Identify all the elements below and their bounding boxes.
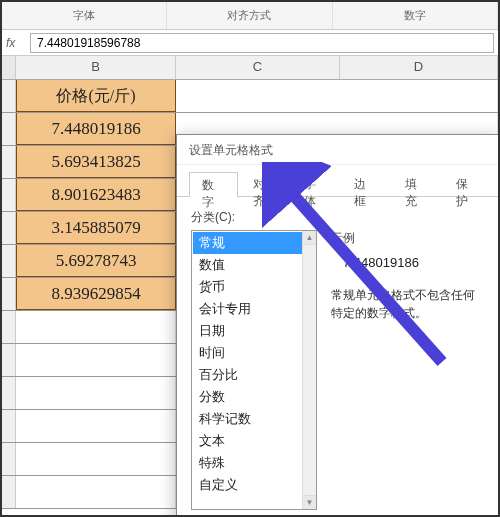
cell[interactable]: 8.939629854 — [16, 278, 176, 310]
cell[interactable]: 5.69278743 — [16, 245, 176, 277]
tab-align[interactable]: 对齐 — [240, 171, 289, 196]
tab-border[interactable]: 边框 — [341, 171, 390, 196]
list-item[interactable]: 会计专用 — [193, 298, 315, 320]
ribbon-group-align: 对齐方式 — [167, 2, 332, 29]
row-header[interactable] — [2, 311, 16, 343]
row-header[interactable] — [2, 476, 16, 508]
tab-fill[interactable]: 填充 — [392, 171, 441, 196]
tab-protect[interactable]: 保护 — [443, 171, 492, 196]
spreadsheet-grid: B C D 价格(元/斤) 7.448019186 5.693413825 8.… — [2, 56, 498, 515]
column-header-b[interactable]: B — [16, 56, 176, 79]
cell[interactable]: 7.448019186 — [16, 113, 176, 145]
list-item[interactable]: 百分比 — [193, 364, 315, 386]
cell[interactable] — [16, 344, 176, 376]
row-header[interactable] — [2, 146, 16, 178]
cell[interactable] — [16, 377, 176, 409]
formula-bar: fx — [2, 30, 498, 56]
row-header[interactable] — [2, 278, 16, 310]
dialog-tabs: 数字 对齐 字体 边框 填充 保护 — [177, 165, 500, 197]
list-item[interactable]: 科学记数 — [193, 408, 315, 430]
column-header-c[interactable]: C — [176, 56, 340, 79]
cell[interactable]: 3.145885079 — [16, 212, 176, 244]
scroll-down-icon[interactable]: ▼ — [303, 495, 316, 509]
ribbon-group-number: 数字 — [333, 2, 498, 29]
tab-font[interactable]: 字体 — [291, 171, 340, 196]
cell[interactable] — [16, 311, 176, 343]
row-header[interactable] — [2, 113, 16, 145]
ribbon-groups: 字体 对齐方式 数字 — [2, 2, 498, 30]
list-item[interactable]: 数值 — [193, 254, 315, 276]
cell[interactable]: 价格(元/斤) — [16, 80, 176, 112]
category-label: 分类(C): — [191, 209, 486, 226]
ribbon-group-font: 字体 — [2, 2, 167, 29]
cell[interactable] — [16, 443, 176, 475]
cell[interactable]: 8.901623483 — [16, 179, 176, 211]
list-item[interactable]: 文本 — [193, 430, 315, 452]
row-header[interactable] — [2, 80, 16, 112]
formula-input[interactable] — [30, 33, 494, 53]
cell[interactable] — [176, 80, 498, 112]
row-header[interactable] — [2, 344, 16, 376]
cell[interactable]: 5.693413825 — [16, 146, 176, 178]
scrollbar[interactable]: ▲ ▼ — [302, 231, 316, 509]
cell[interactable] — [16, 476, 176, 508]
list-item[interactable]: 分数 — [193, 386, 315, 408]
list-item[interactable]: 日期 — [193, 320, 315, 342]
dialog-body: 分类(C): 常规 数值 货币 会计专用 日期 时间 百分比 分数 科学记数 文… — [177, 197, 500, 517]
scroll-up-icon[interactable]: ▲ — [303, 231, 316, 245]
fx-icon[interactable]: fx — [6, 36, 24, 50]
column-headers: B C D — [2, 56, 498, 80]
row-header[interactable] — [2, 179, 16, 211]
tab-number[interactable]: 数字 — [189, 172, 238, 197]
row-header[interactable] — [2, 377, 16, 409]
table-row: 价格(元/斤) — [2, 80, 498, 113]
row-header[interactable] — [2, 443, 16, 475]
row-header[interactable] — [2, 212, 16, 244]
row-header[interactable] — [2, 410, 16, 442]
list-item[interactable]: 常规 — [193, 232, 315, 254]
preview-panel: 示例 7.448019186 常规单元格格式不包含任何特定的数字格式。 — [331, 230, 486, 510]
list-item[interactable]: 货币 — [193, 276, 315, 298]
cell[interactable] — [16, 410, 176, 442]
list-item[interactable]: 自定义 — [193, 474, 315, 496]
row-header[interactable] — [2, 245, 16, 277]
format-cells-dialog: 设置单元格格式 数字 对齐 字体 边框 填充 保护 分类(C): 常规 数值 货… — [176, 134, 500, 517]
example-value: 7.448019186 — [331, 255, 486, 270]
dialog-title: 设置单元格格式 — [177, 135, 500, 165]
column-header-d[interactable]: D — [340, 56, 498, 79]
category-listbox[interactable]: 常规 数值 货币 会计专用 日期 时间 百分比 分数 科学记数 文本 特殊 自定… — [191, 230, 317, 510]
list-item[interactable]: 特殊 — [193, 452, 315, 474]
list-item[interactable]: 时间 — [193, 342, 315, 364]
select-all-corner[interactable] — [2, 56, 16, 79]
format-description: 常规单元格格式不包含任何特定的数字格式。 — [331, 286, 486, 322]
example-label: 示例 — [331, 230, 486, 247]
